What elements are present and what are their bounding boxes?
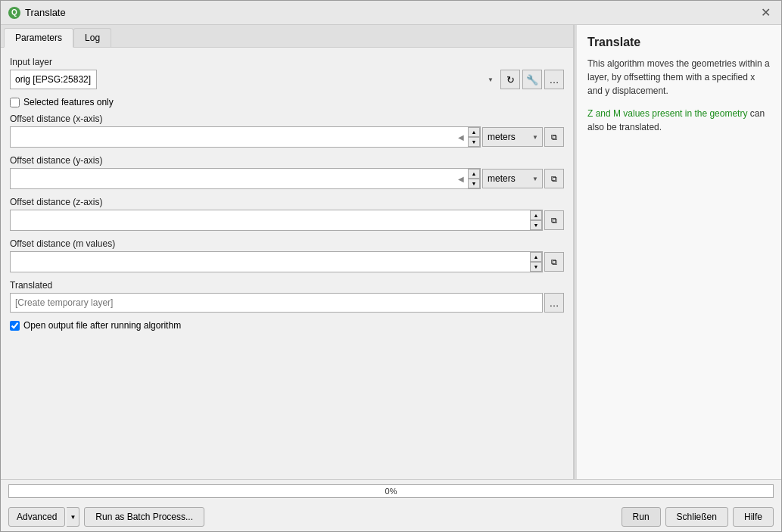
offset-y-up-button[interactable]: ▲ [468,169,480,179]
app-icon: Q [8,7,20,19]
tabs-bar: Parameters Log [1,25,573,48]
help-paragraph2: Z and M values present in the geometry c… [587,107,771,134]
offset-z-label: Offset distance (z-axis) [10,197,564,207]
offset-x-up-button[interactable]: ▲ [468,127,480,137]
help-button[interactable]: Hilfe [733,507,774,527]
offset-m-group: Offset distance (m values) 0,000000 ▲ ▼ … [10,238,564,272]
offset-x-input[interactable]: 2000000,000000 [11,127,454,147]
bottom-left-buttons: Advanced ▼ Run as Batch Process... [8,507,204,527]
input-layer-label: Input layer [10,57,564,67]
offset-z-row: 0,000000 ▲ ▼ ⧉ [10,210,564,231]
run-button[interactable]: Run [622,507,661,527]
offset-x-label: Offset distance (x-axis) [10,114,564,124]
offset-y-input[interactable]: 1000000,000000 [11,169,454,188]
offset-x-down-button[interactable]: ▼ [468,137,480,147]
input-layer-group: Input layer orig [EPSG:25832] ↻ 🔧 … [10,57,564,89]
offset-x-group: Offset distance (x-axis) 2000000,000000 … [10,114,564,148]
tab-parameters[interactable]: Parameters [4,28,73,48]
tool-layer-button[interactable]: 🔧 [522,70,542,89]
title-bar-left: Q Translate [8,7,66,19]
advanced-button[interactable]: Advanced [8,507,65,527]
offset-z-spin: ▲ ▼ [530,210,542,230]
translated-group: Translated … [10,280,564,313]
offset-z-copy-button[interactable]: ⧉ [544,210,564,230]
offset-y-unit-wrapper: meters feet degrees map units [482,169,543,188]
selected-features-row: Selected features only [10,97,564,107]
bottom-buttons: Advanced ▼ Run as Batch Process... Run S… [1,502,781,531]
bottom-bar: 0% Advanced ▼ Run as Batch Process... Ru… [1,479,781,531]
offset-y-label: Offset distance (y-axis) [10,155,564,166]
form-area: Input layer orig [EPSG:25832] ↻ 🔧 … [1,48,573,479]
offset-y-copy-button[interactable]: ⧉ [544,169,564,188]
offset-x-row: 2000000,000000 ◀ ▲ ▼ meters feet de [10,126,564,148]
offset-z-input-wrapper: 0,000000 ▲ ▼ [10,210,543,231]
main-content: Parameters Log Input layer orig [EPSG:25… [1,25,781,479]
open-output-row: Open output file after running algorithm [10,320,564,331]
offset-y-spin: ▲ ▼ [468,169,480,188]
offset-y-group: Offset distance (y-axis) 1000000,000000 … [10,155,564,189]
offset-m-down-button[interactable]: ▼ [530,262,542,272]
progress-bar-row: 0% [1,480,781,502]
offset-x-copy-button[interactable]: ⧉ [544,127,564,147]
offset-m-label: Offset distance (m values) [10,238,564,249]
offset-x-spin: ▲ ▼ [468,127,480,147]
translated-more-button[interactable]: … [544,293,564,313]
translated-row: … [10,293,564,313]
translate-dialog: Q Translate ✕ Parameters Log Input layer [0,0,782,532]
input-layer-row: orig [EPSG:25832] ↻ 🔧 … [10,70,564,89]
offset-m-up-button[interactable]: ▲ [530,252,542,262]
advanced-dropdown-button[interactable]: ▼ [67,507,79,527]
offset-y-unit-select[interactable]: meters feet degrees map units [482,169,543,188]
open-output-checkbox[interactable] [10,321,20,331]
offset-m-row: 0,000000 ▲ ▼ ⧉ [10,251,564,272]
offset-m-input-wrapper: 0,000000 ▲ ▼ [10,251,543,272]
offset-z-down-button[interactable]: ▼ [530,220,542,230]
progress-label: 0% [385,487,397,496]
help-green-text: Z and M values present in the geometry [587,108,747,119]
offset-z-input[interactable]: 0,000000 [11,210,530,230]
translated-input[interactable] [10,293,543,313]
tab-log[interactable]: Log [73,28,111,47]
offset-y-row: 1000000,000000 ◀ ▲ ▼ meters feet de [10,168,564,189]
help-title: Translate [587,36,771,49]
title-bar: Q Translate ✕ [1,1,781,25]
left-panel: Parameters Log Input layer orig [EPSG:25… [1,25,574,479]
offset-x-clear-button[interactable]: ◀ [454,127,468,147]
offset-x-input-wrapper: 2000000,000000 ◀ ▲ ▼ [10,126,481,148]
offset-z-group: Offset distance (z-axis) 0,000000 ▲ ▼ ⧉ [10,197,564,231]
offset-m-input[interactable]: 0,000000 [11,252,530,272]
offset-x-unit-wrapper: meters feet degrees map units [482,127,543,147]
selected-features-label: Selected features only [23,97,114,107]
selected-features-checkbox[interactable] [10,98,20,107]
help-paragraph1: This algorithm moves the geometries with… [587,57,771,98]
right-panel: Translate This algorithm moves the geome… [577,25,781,479]
offset-x-unit-select[interactable]: meters feet degrees map units [482,127,543,147]
dialog-title: Translate [25,7,66,18]
more-layer-button[interactable]: … [544,70,564,89]
progress-bar-outer: 0% [8,484,774,498]
offset-y-clear-button[interactable]: ◀ [454,169,468,188]
run-batch-button[interactable]: Run as Batch Process... [84,507,204,527]
close-button[interactable]: Schließen [665,507,728,527]
close-dialog-button[interactable]: ✕ [758,5,774,20]
refresh-layer-button[interactable]: ↻ [500,70,520,89]
open-output-label: Open output file after running algorithm [23,320,181,331]
offset-z-up-button[interactable]: ▲ [530,210,542,220]
offset-m-spin: ▲ ▼ [530,252,542,272]
offset-m-copy-button[interactable]: ⧉ [544,252,564,272]
translated-label: Translated [10,280,564,291]
bottom-right-buttons: Run Schließen Hilfe [622,507,774,527]
layer-select-wrapper: orig [EPSG:25832] [10,70,498,89]
offset-y-input-wrapper: 1000000,000000 ◀ ▲ ▼ [10,168,481,189]
offset-y-down-button[interactable]: ▼ [468,179,480,188]
input-layer-select[interactable]: orig [EPSG:25832] [10,70,97,89]
